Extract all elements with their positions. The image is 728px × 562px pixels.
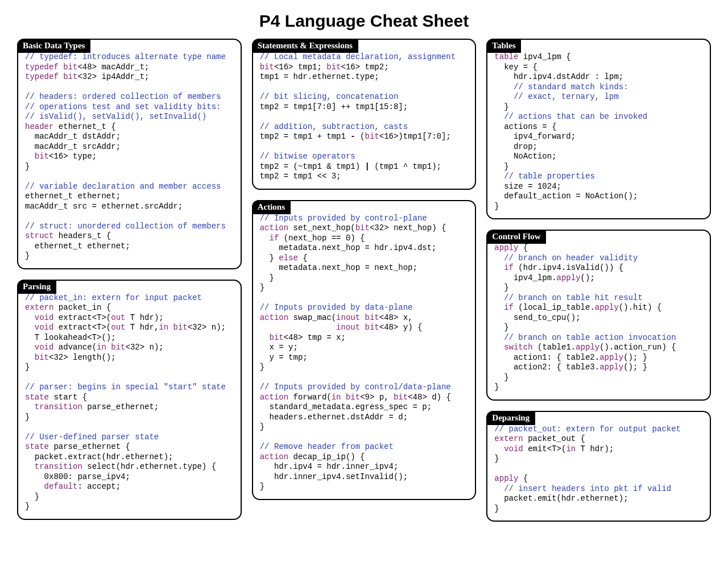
code-block: // Inputs provided by control-plane acti… <box>260 214 469 492</box>
page-title: P4 Language Cheat Sheet <box>17 11 711 31</box>
code-block: table ipv4_lpm { key = { hdr.ipv4.dstAdd… <box>494 52 703 211</box>
box-parsing: Parsing // packet_in: extern for input p… <box>17 280 242 520</box>
box-title: Statements & Expressions <box>252 39 358 53</box>
box-title: Tables <box>486 39 521 53</box>
box-control-flow: Control Flow apply { // branch on header… <box>486 230 711 401</box>
columns: Basic Data Types // typedef: introduces … <box>17 39 711 522</box>
col-1: Basic Data Types // typedef: introduces … <box>17 39 242 520</box>
box-tables: Tables table ipv4_lpm { key = { hdr.ipv4… <box>486 39 711 219</box>
box-title: Actions <box>252 200 291 214</box>
code-block: // typedef: introduces alternate type na… <box>25 52 234 261</box>
box-title: Control Flow <box>486 230 546 244</box>
col-2: Statements & Expressions // Local metada… <box>252 39 477 500</box>
code-block: apply { // branch on header validity if … <box>494 243 703 393</box>
box-deparsing: Deparsing // packet_out: extern for outp… <box>486 411 711 522</box>
col-3: Tables table ipv4_lpm { key = { hdr.ipv4… <box>486 39 711 522</box>
box-statements: Statements & Expressions // Local metada… <box>252 39 477 190</box>
code-block: // packet_out: extern for output packet … <box>494 424 703 514</box>
box-title: Basic Data Types <box>17 39 90 53</box>
box-title: Deparsing <box>486 411 535 425</box>
code-block: // Local metadata declaration, assignmen… <box>260 52 469 182</box>
code-block: // packet_in: extern for input packet ex… <box>25 293 234 512</box>
box-basic-data-types: Basic Data Types // typedef: introduces … <box>17 39 242 269</box>
box-actions: Actions // Inputs provided by control-pl… <box>252 200 477 500</box>
box-title: Parsing <box>17 280 56 294</box>
